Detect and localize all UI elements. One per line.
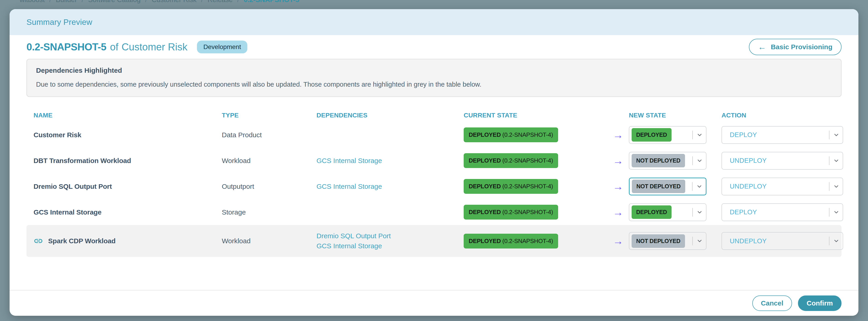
current-state-cell: DEPLOYED (0.2-SNAPSHOT-4) <box>464 153 608 168</box>
breadcrumb-separator: / <box>49 0 51 3</box>
dependencies-cell: GCS Internal Storage <box>316 183 464 190</box>
action-cell: UNDEPLOY <box>721 232 859 250</box>
link-icon <box>34 236 43 246</box>
select-divider <box>692 131 693 139</box>
title-connector: of <box>110 41 118 53</box>
chevron-down-icon <box>833 209 839 216</box>
modal-title: Summary Preview <box>27 18 92 27</box>
column-header-action: ACTION <box>721 112 859 119</box>
current-state-status: DEPLOYED <box>469 208 501 216</box>
dependency-link[interactable]: GCS Internal Storage <box>316 157 464 165</box>
name-cell: Dremio SQL Output Port <box>27 183 222 190</box>
chevron-down-icon <box>833 158 839 164</box>
current-state-version: (0.2-SNAPSHOT-4) <box>501 237 553 245</box>
component-type: Data Product <box>222 131 316 139</box>
current-state-badge: DEPLOYED (0.2-SNAPSHOT-4) <box>464 234 558 249</box>
action-select[interactable]: UNDEPLOY <box>721 178 843 195</box>
component-name: GCS Internal Storage <box>34 208 101 216</box>
column-header-dependencies: DEPENDENCIES <box>316 112 464 119</box>
dependencies-cell: Dremio SQL Output PortGCS Internal Stora… <box>316 232 464 250</box>
component-name: DBT Transformation Workload <box>34 157 131 165</box>
new-state-cell: NOT DEPLOYED <box>629 152 721 170</box>
table-row: DBT Transformation WorkloadWorkloadGCS I… <box>27 148 841 173</box>
current-state-cell: DEPLOYED (0.2-SNAPSHOT-4) <box>464 179 608 194</box>
name-cell: GCS Internal Storage <box>27 208 222 216</box>
environment-badge: Development <box>197 40 247 53</box>
current-state-version: (0.2-SNAPSHOT-4) <box>501 157 553 164</box>
component-type: Storage <box>222 208 316 216</box>
current-state-badge: DEPLOYED (0.2-SNAPSHOT-4) <box>464 179 558 194</box>
confirm-button[interactable]: Confirm <box>798 295 841 311</box>
new-state-select[interactable]: NOT DEPLOYED <box>629 152 707 170</box>
breadcrumb-separator: / <box>201 0 203 3</box>
title-bar: 0.2-SNAPSHOT-5 of Customer Risk Developm… <box>9 35 859 59</box>
dependency-link[interactable]: GCS Internal Storage <box>316 242 464 250</box>
summary-preview-modal: Summary Preview 0.2-SNAPSHOT-5 of Custom… <box>9 9 859 316</box>
component-name: Customer Risk <box>34 131 81 139</box>
select-divider <box>829 156 830 165</box>
table-row: Customer RiskData ProductDEPLOYED (0.2-S… <box>27 122 841 148</box>
current-state-cell: DEPLOYED (0.2-SNAPSHOT-4) <box>464 127 608 142</box>
column-header-name: NAME <box>27 112 222 119</box>
component-type: Workload <box>222 157 316 165</box>
new-state-select[interactable]: DEPLOYED <box>629 126 707 144</box>
breadcrumb-item[interactable]: Release <box>208 0 233 3</box>
new-state-value: DEPLOYED <box>631 205 672 219</box>
basic-provisioning-button[interactable]: ← Basic Provisioning <box>749 39 841 55</box>
breadcrumb-item-current: 0.2-SNAPSHOT-5 <box>244 0 299 3</box>
breadcrumb-item[interactable]: Software Catalog <box>88 0 141 3</box>
name-cell: Customer Risk <box>27 131 222 139</box>
action-value: UNDEPLOY <box>730 157 767 164</box>
dependency-link[interactable]: Dremio SQL Output Port <box>316 232 464 240</box>
current-state-status: DEPLOYED <box>469 183 501 190</box>
new-state-select[interactable]: NOT DEPLOYED <box>629 178 707 195</box>
data-product-name: Customer Risk <box>122 41 188 53</box>
current-state-version: (0.2-SNAPSHOT-4) <box>501 208 553 216</box>
breadcrumb-separator: / <box>145 0 147 3</box>
new-state-select[interactable]: NOT DEPLOYED <box>629 232 707 250</box>
chevron-down-icon <box>696 158 703 164</box>
arrow-right-icon: → <box>608 207 629 218</box>
dependencies-notice: Dependencies Highlighted Due to some dep… <box>27 59 841 97</box>
table-row: Spark CDP WorkloadWorkloadDremio SQL Out… <box>27 225 841 257</box>
current-state-badge: DEPLOYED (0.2-SNAPSHOT-4) <box>464 205 558 220</box>
chevron-down-icon <box>696 238 703 244</box>
chevron-down-icon <box>833 132 839 138</box>
action-select[interactable]: UNDEPLOY <box>721 232 843 250</box>
chevron-down-icon <box>696 132 703 138</box>
action-select[interactable]: DEPLOY <box>721 126 843 144</box>
new-state-cell: DEPLOYED <box>629 126 721 144</box>
select-divider <box>829 182 830 191</box>
new-state-value: NOT DEPLOYED <box>631 154 685 167</box>
new-state-cell: NOT DEPLOYED <box>629 232 721 250</box>
dependencies-cell: GCS Internal Storage <box>316 157 464 165</box>
action-select[interactable]: UNDEPLOY <box>721 152 843 170</box>
new-state-cell: NOT DEPLOYED <box>629 178 721 195</box>
table-body: Customer RiskData ProductDEPLOYED (0.2-S… <box>27 122 841 257</box>
chevron-down-icon <box>696 209 703 216</box>
new-state-cell: DEPLOYED <box>629 203 721 221</box>
chevron-down-icon <box>696 183 703 190</box>
basic-provisioning-label: Basic Provisioning <box>771 43 832 51</box>
current-state-badge: DEPLOYED (0.2-SNAPSHOT-4) <box>464 127 558 142</box>
release-version: 0.2-SNAPSHOT-5 <box>27 41 106 53</box>
current-state-badge: DEPLOYED (0.2-SNAPSHOT-4) <box>464 153 558 168</box>
breadcrumb-item[interactable]: Builder <box>56 0 77 3</box>
action-select[interactable]: DEPLOY <box>721 203 843 221</box>
current-state-status: DEPLOYED <box>469 157 501 164</box>
dependency-link[interactable]: GCS Internal Storage <box>316 183 464 190</box>
new-state-select[interactable]: DEPLOYED <box>629 203 707 221</box>
action-cell: DEPLOY <box>721 203 859 221</box>
select-divider <box>692 156 693 165</box>
current-state-version: (0.2-SNAPSHOT-4) <box>501 131 553 138</box>
name-cell: Spark CDP Workload <box>27 236 222 246</box>
action-value: UNDEPLOY <box>730 183 767 190</box>
action-value: UNDEPLOY <box>730 237 767 245</box>
table-header-row: NAME TYPE DEPENDENCIES CURRENT STATE NEW… <box>27 109 841 122</box>
cancel-button[interactable]: Cancel <box>752 295 792 311</box>
select-divider <box>692 182 692 191</box>
breadcrumb-item[interactable]: witboost <box>20 0 45 3</box>
select-divider <box>829 131 830 139</box>
arrow-left-icon: ← <box>758 43 766 51</box>
breadcrumb-item[interactable]: Customer Risk <box>152 0 197 3</box>
